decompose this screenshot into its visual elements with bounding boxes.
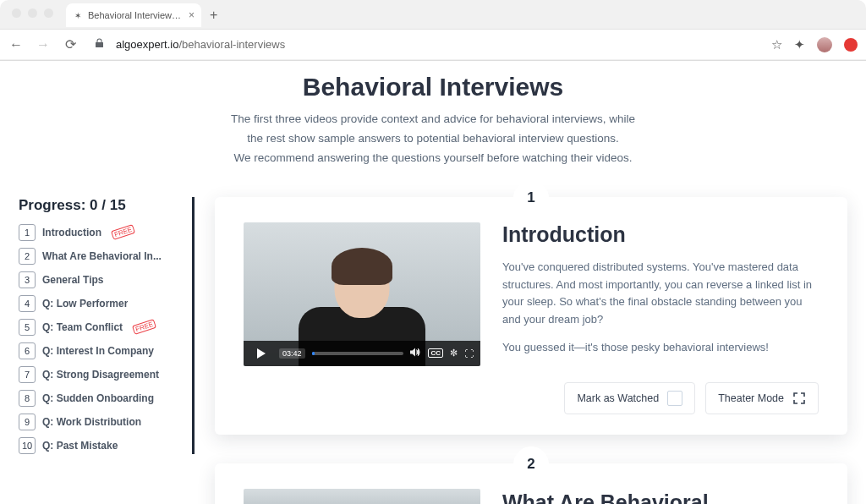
- card-title: What Are Behavioral Interviews?: [502, 490, 819, 504]
- item-label: General Tips: [42, 274, 103, 286]
- item-label: Q: Interest In Company: [42, 345, 154, 357]
- mark-watched-label: Mark as Watched: [577, 392, 659, 404]
- profile-avatar[interactable]: [817, 37, 832, 52]
- browser-tab[interactable]: ✶ Behavioral Interview Prep | Alg ×: [66, 3, 201, 27]
- lesson-card-1: 1 03:42: [215, 197, 847, 435]
- item-number: 7: [19, 366, 36, 383]
- theater-label: Theater Mode: [718, 392, 784, 404]
- sidebar-item[interactable]: 3General Tips: [19, 271, 182, 288]
- item-label: Q: Sudden Onboarding: [42, 392, 154, 404]
- theater-mode-button[interactable]: Theater Mode: [705, 382, 819, 414]
- settings-icon[interactable]: ✼: [450, 348, 458, 359]
- item-label: Q: Work Distribution: [42, 416, 141, 428]
- sidebar-item[interactable]: 7Q: Strong Disagreement: [19, 366, 182, 383]
- extensions-icon[interactable]: ✦: [794, 37, 805, 52]
- item-label: Introduction: [42, 227, 101, 238]
- item-label: What Are Behavioral In...: [42, 250, 162, 262]
- scrub-bar[interactable]: [312, 352, 404, 355]
- progress-sidebar: Progress: 0 / 15 1IntroductionFREE2What …: [19, 197, 195, 454]
- card-paragraph: You've conquered distributed systems. Yo…: [502, 259, 819, 329]
- traffic-max[interactable]: [44, 8, 53, 18]
- lesson-cards: 1 03:42: [215, 197, 847, 504]
- favicon-icon: ✶: [73, 10, 83, 20]
- window-traffic-lights: [12, 8, 53, 18]
- reload-button[interactable]: ⟳: [63, 36, 78, 52]
- card-number: 2: [513, 446, 549, 482]
- new-tab-button[interactable]: +: [210, 8, 217, 23]
- free-badge: FREE: [132, 319, 156, 335]
- play-button[interactable]: [250, 345, 272, 362]
- item-number: 1: [19, 224, 36, 241]
- star-icon[interactable]: ☆: [771, 37, 782, 52]
- item-number: 3: [19, 271, 36, 288]
- item-number: 8: [19, 390, 36, 407]
- extension-badge[interactable]: [844, 38, 858, 52]
- address-bar: ← → ⟳ algoexpert.io/behavioral-interview…: [0, 29, 866, 59]
- sidebar-item[interactable]: 10Q: Past Mistake: [19, 437, 182, 454]
- forward-button[interactable]: →: [36, 37, 51, 52]
- item-label: Q: Strong Disagreement: [42, 369, 159, 381]
- lock-icon: [95, 38, 104, 51]
- item-label: Q: Team Conflict: [42, 321, 123, 333]
- item-label: Q: Low Performer: [42, 298, 128, 310]
- mark-watched-button[interactable]: Mark as Watched: [564, 382, 695, 414]
- sidebar-item[interactable]: 8Q: Sudden Onboarding: [19, 390, 182, 407]
- traffic-min[interactable]: [28, 8, 37, 18]
- back-button[interactable]: ←: [8, 37, 24, 52]
- item-number: 5: [19, 319, 36, 336]
- fullscreen-icon[interactable]: ⛶: [464, 348, 474, 359]
- sidebar-item[interactable]: 5Q: Team ConflictFREE: [19, 319, 182, 336]
- volume-icon[interactable]: [410, 348, 421, 359]
- lesson-card-2: 2 What Are Behavioral Interviews?: [215, 463, 847, 504]
- sidebar-item[interactable]: 2What Are Behavioral In...: [19, 248, 182, 265]
- item-number: 9: [19, 414, 36, 430]
- item-number: 6: [19, 342, 36, 359]
- progress-label: Progress: 0 / 15: [19, 197, 182, 214]
- sidebar-item[interactable]: 6Q: Interest In Company: [19, 342, 182, 359]
- item-label: Q: Past Mistake: [42, 440, 118, 452]
- video-duration: 03:42: [279, 348, 305, 359]
- page-subtitle: The first three videos provide context a…: [213, 110, 653, 168]
- sidebar-item[interactable]: 4Q: Low Performer: [19, 295, 182, 312]
- traffic-close[interactable]: [12, 8, 21, 18]
- page-content: Behavioral Interviews The first three vi…: [0, 61, 866, 504]
- checkbox-icon: [667, 391, 682, 406]
- tab-title: Behavioral Interview Prep | Alg: [88, 10, 184, 20]
- sidebar-item[interactable]: 9Q: Work Distribution: [19, 414, 182, 430]
- video-thumbnail[interactable]: [244, 489, 480, 504]
- video-controls: 03:42 CC ✼ ⛶: [244, 341, 480, 366]
- browser-chrome: ✶ Behavioral Interview Prep | Alg × + ← …: [0, 0, 866, 61]
- item-number: 10: [19, 437, 36, 454]
- free-badge: FREE: [111, 224, 135, 240]
- expand-icon: [792, 392, 806, 405]
- card-title: Introduction: [502, 222, 819, 247]
- video-thumbnail[interactable]: 03:42 CC ✼ ⛶: [244, 222, 480, 366]
- card-number: 1: [513, 180, 549, 216]
- card-paragraph: You guessed it—it's those pesky behavior…: [502, 339, 819, 357]
- cc-button[interactable]: CC: [428, 348, 443, 358]
- tab-close-icon[interactable]: ×: [189, 9, 195, 21]
- item-number: 4: [19, 295, 36, 312]
- item-number: 2: [19, 248, 36, 265]
- url-display[interactable]: algoexpert.io/behavioral-interviews: [116, 38, 285, 51]
- sidebar-item[interactable]: 1IntroductionFREE: [19, 224, 182, 241]
- page-title: Behavioral Interviews: [0, 73, 866, 101]
- lesson-list: 1IntroductionFREE2What Are Behavioral In…: [19, 224, 182, 454]
